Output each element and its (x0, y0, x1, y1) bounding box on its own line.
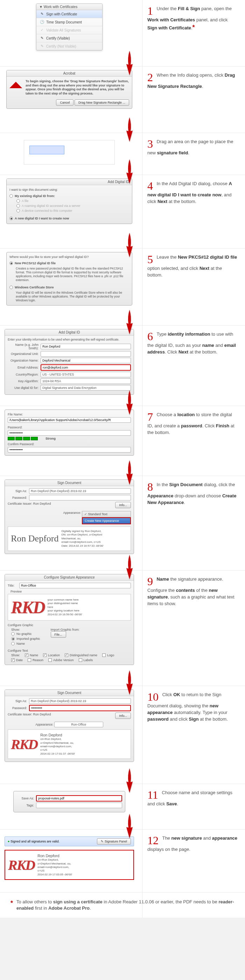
password-field[interactable] (29, 495, 131, 501)
winstore-desc: Your digital ID will be stored in the Wi… (10, 291, 129, 302)
email-field[interactable] (41, 364, 131, 371)
sign-document-dialog: Sign Document Sign As:Ron Depford (Ron D… (5, 689, 134, 762)
step-number: 8 (147, 481, 153, 492)
chk-adobe-version[interactable]: Adobe Version (48, 659, 74, 662)
tags-label: Tags: (16, 803, 34, 807)
saveas-label: Save As: (16, 797, 34, 800)
arrow-icon (125, 390, 134, 420)
menu-icon: ✎ (40, 12, 44, 16)
chk-reason[interactable]: Reason (28, 659, 43, 662)
chk-logo[interactable]: Logo (102, 654, 114, 657)
country-label: Country/Region: (8, 373, 38, 376)
name-field[interactable] (41, 344, 131, 349)
radio-pkcs12[interactable]: New PKCS#12 digital ID file (10, 261, 129, 266)
info-button[interactable]: Info... (115, 713, 131, 719)
cancel-button[interactable]: Cancel (56, 99, 73, 106)
step-number: 11 (147, 789, 158, 800)
radio-roaming: A roaming digital ID accessed via a serv… (16, 204, 129, 208)
title-label: Title: (8, 584, 17, 587)
org-field[interactable] (41, 358, 131, 363)
chk-location[interactable]: Location (43, 654, 60, 657)
step-text: In the Sign Document dialog, click the A… (147, 482, 236, 505)
appearance-option-new[interactable]: Create New Appearance (82, 517, 131, 524)
step-text: The new signature and appearance display… (147, 835, 237, 852)
rkd-graphic: RKD (11, 597, 45, 617)
radio-windows-store[interactable]: Windows Certificate Store (10, 285, 129, 290)
chk-name[interactable]: Name (25, 654, 38, 657)
show-label: Show: (11, 654, 20, 657)
menu-label: Time Stamp Document (46, 20, 82, 24)
signas-select[interactable]: Ron Depford (Ron Depford) 2019.02.19 (29, 698, 131, 704)
sign-document-dialog: Sign Document Sign As:Ron Depford (Ron D… (5, 479, 134, 554)
radio-existing-id[interactable]: My existing digital ID from: (10, 194, 129, 199)
signature-preview: RKD your common name here your distingui… (8, 594, 131, 620)
step-text: When the Info dialog opens, click Drag N… (147, 72, 235, 89)
email-label: Email Address: (8, 366, 38, 369)
chk-dn[interactable]: Distinguished name (65, 654, 97, 657)
key-label: Key Algorithm: (8, 379, 38, 383)
arrow-icon (125, 51, 134, 80)
arrow-icon (125, 233, 134, 262)
menu-icon: ✎ (40, 36, 44, 40)
country-select[interactable]: US - UNITED STATES (41, 372, 131, 377)
adobe-icon: ◢◣ (10, 80, 22, 96)
dialog-title: Add Digital ID (5, 329, 134, 336)
configure-text-label: Configure Text (8, 649, 131, 652)
password-field[interactable] (8, 430, 131, 436)
step-text: Under the Fill & Sign pane, open the Wor… (147, 6, 232, 30)
intro-text: I want to sign this document using: (10, 188, 129, 191)
arrow-icon (125, 768, 134, 798)
title-field[interactable] (19, 583, 131, 589)
signas-label: Sign As: (8, 489, 27, 493)
step-text: Choose name and storage settings and cli… (147, 790, 232, 807)
step-number: 9 (147, 576, 153, 587)
menu-icon: ✎ (40, 44, 44, 48)
radio-imported-graphic[interactable]: Imported graphic (11, 636, 40, 641)
menu-label: Validate All Signatures (46, 29, 81, 32)
configure-appearance-dialog: Configure Signature Appearance Title: Pr… (5, 574, 134, 665)
file-button[interactable]: File... (51, 632, 66, 638)
radio-device: A device connected to this computer (16, 208, 129, 213)
drag-rectangle-button[interactable]: Drag New Signature Rectangle ... (75, 99, 129, 106)
chk-date[interactable]: Date (11, 659, 23, 662)
appearance-select[interactable]: Ron-Office (54, 722, 103, 727)
menu-item[interactable]: 🕐Time Stamp Document (37, 18, 102, 26)
step-number: 5 (147, 254, 153, 265)
preview-label: Preview (11, 590, 131, 593)
add-digital-id-dialog: Add Digital ID I want to sign this docum… (6, 178, 132, 224)
signature-field-drag[interactable] (29, 146, 64, 154)
signature-preview: Ron Depford Digitally signed by Ron Depf… (8, 527, 131, 551)
appearance-option-standard[interactable]: ✓ Standard Text (82, 511, 131, 517)
show-label: Show: (11, 628, 40, 632)
radio-no-graphic[interactable]: No graphic (11, 632, 40, 636)
password-field[interactable] (29, 705, 131, 711)
chk-labels[interactable]: Labels (79, 659, 93, 662)
radio-name-graphic[interactable]: Name (11, 641, 40, 646)
key-select[interactable]: 1024-bit RSA (41, 379, 131, 384)
ou-field[interactable] (41, 351, 131, 356)
tags-field[interactable] (36, 803, 122, 808)
menu-label: Certify (Not Visible) (46, 45, 76, 48)
issuer-text: Certificate Issuer: Ron Depford (8, 713, 51, 719)
dialog-title: Acrobat (6, 70, 132, 76)
saveas-field[interactable] (36, 795, 122, 802)
menu-label: Certify (Visible) (46, 37, 70, 40)
panel-title[interactable]: ▼ Work with Certificates (37, 4, 102, 10)
appearance-label: Appearance: (35, 723, 53, 726)
radio-new-id[interactable]: A new digital ID I want to create now (10, 216, 129, 221)
menu-item[interactable]: ✎Sign with Certificate (37, 10, 102, 18)
password-label: Password: (8, 706, 27, 710)
confirm-field[interactable] (8, 447, 131, 453)
footnote-text: To allow others to sign using a certific… (16, 899, 234, 912)
rkd-graphic: RKD (11, 736, 37, 752)
configure-graphic-label: Configure Graphic (8, 624, 131, 627)
page-area[interactable] (24, 140, 115, 164)
file-field[interactable] (8, 417, 131, 423)
dialog-title: Sign Document (5, 690, 134, 696)
signas-select[interactable]: Ron Depford (Ron Depford) 2019.02.19 (29, 488, 131, 494)
file-label: File Name: (8, 413, 131, 416)
menu-item[interactable]: ✎Certify (Visible) (37, 34, 102, 42)
info-button[interactable]: Info... (115, 502, 131, 508)
use-select[interactable]: Digital Signatures and Data Encryption (41, 385, 131, 391)
step-text: In the Add Digital ID dialog, choose A n… (147, 181, 232, 204)
